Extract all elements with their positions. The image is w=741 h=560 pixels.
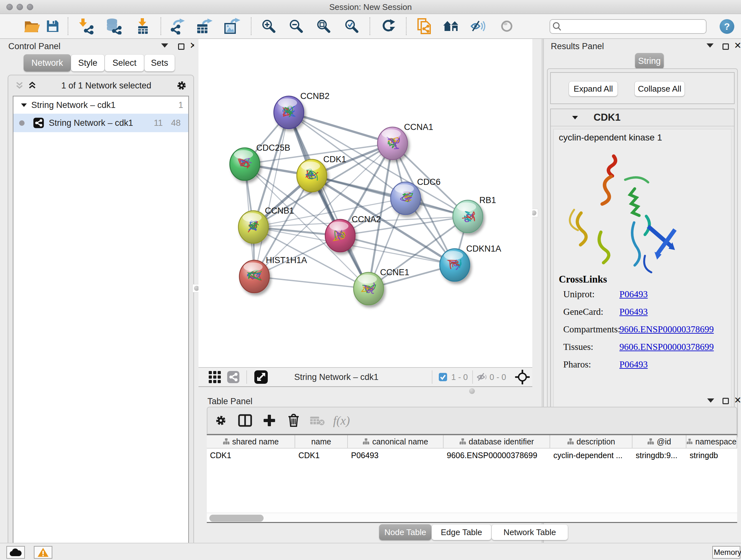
table-toolbar: f(x) xyxy=(207,407,737,434)
fit-content-icon[interactable] xyxy=(515,370,530,384)
edge-count: 48 xyxy=(171,118,181,128)
column-header-description[interactable]: description xyxy=(550,435,632,448)
table-hscrollbar[interactable] xyxy=(207,513,737,523)
node-table: shared namenamecanonical namedatabase id… xyxy=(207,434,737,513)
tab-network[interactable]: Network xyxy=(23,54,71,71)
grid-view-icon[interactable] xyxy=(208,370,221,384)
collapse-all-icon[interactable] xyxy=(15,81,24,90)
add-column-icon[interactable] xyxy=(263,414,276,427)
panel-menu-icon[interactable] xyxy=(707,398,714,402)
network-node-RB1[interactable]: RB1 xyxy=(453,195,496,233)
collapse-all-button[interactable]: Collapse All xyxy=(634,81,685,97)
network-canvas[interactable]: CCNB2CCNA1CDC25BCDK1CDC6RB1CCNB1CCNA2CDK… xyxy=(199,39,532,367)
zoom-fit-icon[interactable] xyxy=(313,16,334,37)
open-session-icon[interactable] xyxy=(21,16,43,37)
column-header-database-identifier[interactable]: database identifier xyxy=(444,435,550,448)
network-edge[interactable] xyxy=(312,176,468,216)
tab-network-table[interactable]: Network Table xyxy=(491,524,568,540)
clear-table-icon[interactable] xyxy=(310,415,325,426)
column-header--id[interactable]: @id xyxy=(632,435,686,448)
network-collection-row[interactable]: String Network – cdk1 1 xyxy=(13,97,188,114)
table-cell: cyclin-dependent ... xyxy=(550,449,632,462)
panel-float-icon[interactable] xyxy=(723,398,729,404)
tab-edge-table[interactable]: Edge Table xyxy=(431,524,491,540)
gene-header[interactable]: CDK1 xyxy=(551,109,734,126)
export-image-icon[interactable] xyxy=(221,16,243,37)
crosslink-link[interactable]: P06493 xyxy=(619,359,648,370)
tab-string[interactable]: String xyxy=(635,53,664,69)
panel-float-icon[interactable] xyxy=(723,44,729,50)
network-row-selected[interactable]: String Network – cdk1 11 48 xyxy=(13,114,188,132)
import-network-database-icon[interactable] xyxy=(103,16,124,37)
column-header-name[interactable]: name xyxy=(295,435,348,448)
panel-close-icon[interactable]: ✕ xyxy=(734,43,741,49)
refresh-icon[interactable] xyxy=(378,16,399,37)
zoom-in-icon[interactable] xyxy=(258,16,279,37)
network-node-CDK1[interactable]: CDK1 xyxy=(297,154,346,192)
tab-select[interactable]: Select xyxy=(105,54,144,71)
save-session-icon[interactable] xyxy=(42,16,63,37)
hidden-count: 0 - 0 xyxy=(489,372,506,382)
network-edge[interactable] xyxy=(289,112,393,143)
delete-column-icon[interactable] xyxy=(287,414,300,428)
crosslink-link[interactable]: 9606.ENSP00000378699 xyxy=(619,341,714,352)
search-input[interactable] xyxy=(564,20,706,33)
export-network-icon[interactable] xyxy=(166,16,188,37)
zoom-selected-icon[interactable] xyxy=(341,16,362,37)
panel-menu-icon[interactable] xyxy=(161,44,168,48)
show-columns-icon[interactable] xyxy=(238,414,252,427)
crosslink-link[interactable]: P06493 xyxy=(619,289,648,300)
network-edge[interactable] xyxy=(254,276,368,289)
panel-menu-icon[interactable] xyxy=(706,44,714,48)
column-header-canonical-name[interactable]: canonical name xyxy=(348,435,444,448)
tab-sets[interactable]: Sets xyxy=(144,54,175,71)
panel-close-icon[interactable]: ✕ xyxy=(734,397,741,403)
memory-button[interactable]: Memory xyxy=(712,546,740,559)
share-document-icon[interactable] xyxy=(414,16,435,37)
string-home-icon[interactable] xyxy=(441,16,462,37)
table-hscroll-thumb[interactable] xyxy=(209,515,264,522)
crosslink-link[interactable]: 9606.ENSP00000378699 xyxy=(619,324,714,334)
zoom-out-icon[interactable] xyxy=(286,16,307,37)
panel-float-icon[interactable] xyxy=(178,44,185,50)
tab-node-table[interactable]: Node Table xyxy=(379,524,431,540)
table-gear-icon[interactable] xyxy=(214,414,227,427)
string-network-graph[interactable]: CCNB2CCNA1CDC25BCDK1CDC6RB1CCNB1CCNA2CDK… xyxy=(199,39,532,367)
tab-style[interactable]: Style xyxy=(71,54,105,71)
network-node-CDKN1A[interactable]: CDKN1A xyxy=(440,244,501,281)
network-edge[interactable] xyxy=(340,236,455,265)
network-selection-bar: 1 of 1 Network selected xyxy=(10,77,192,95)
export-table-icon[interactable] xyxy=(194,16,215,37)
function-builder-icon[interactable]: f(x) xyxy=(333,414,350,428)
network-node-HIST1H1A[interactable]: HIST1H1A xyxy=(239,255,307,293)
selected-checkbox-icon[interactable] xyxy=(439,373,448,381)
import-table-file-icon[interactable] xyxy=(132,16,153,37)
protein-structure-image xyxy=(562,150,687,278)
hide-selected-icon[interactable] xyxy=(468,16,489,37)
expand-all-icon[interactable] xyxy=(27,81,37,90)
table-row[interactable]: CDK1CDK1P064939606.ENSP00000378699cyclin… xyxy=(207,449,737,462)
crosslink-link[interactable]: P06493 xyxy=(619,307,648,317)
help-icon[interactable]: ? xyxy=(720,19,734,34)
hidden-eye-icon[interactable] xyxy=(477,372,488,382)
network-node-CCNA1[interactable]: CCNA1 xyxy=(378,122,433,160)
expand-all-button[interactable]: Expand All xyxy=(569,81,618,97)
show-all-icon[interactable] xyxy=(496,16,517,37)
collapse-entry-icon[interactable] xyxy=(571,115,579,120)
network-share-icon[interactable] xyxy=(226,370,240,384)
network-node-CCNB1[interactable]: CCNB1 xyxy=(239,206,294,243)
horizontal-splitter[interactable] xyxy=(199,387,532,395)
gene-details-sheet: cyclin-dependent kinase 1 xyxy=(553,129,731,425)
import-network-file-icon[interactable] xyxy=(77,16,98,37)
horizontal-splitter-grip[interactable] xyxy=(469,388,475,394)
warnings-button[interactable] xyxy=(34,546,52,559)
cloud-button[interactable] xyxy=(6,546,25,559)
tree-expand-icon[interactable] xyxy=(20,102,27,108)
gear-icon[interactable] xyxy=(176,79,188,91)
column-header-shared-name[interactable]: shared name xyxy=(207,435,295,448)
node-label: CDC6 xyxy=(417,177,441,187)
network-edge[interactable] xyxy=(254,112,289,276)
column-header-namespace[interactable]: namespace xyxy=(686,435,737,448)
birds-eye-view-icon[interactable] xyxy=(254,370,268,384)
table-cell: stringdb:9... xyxy=(632,449,686,462)
